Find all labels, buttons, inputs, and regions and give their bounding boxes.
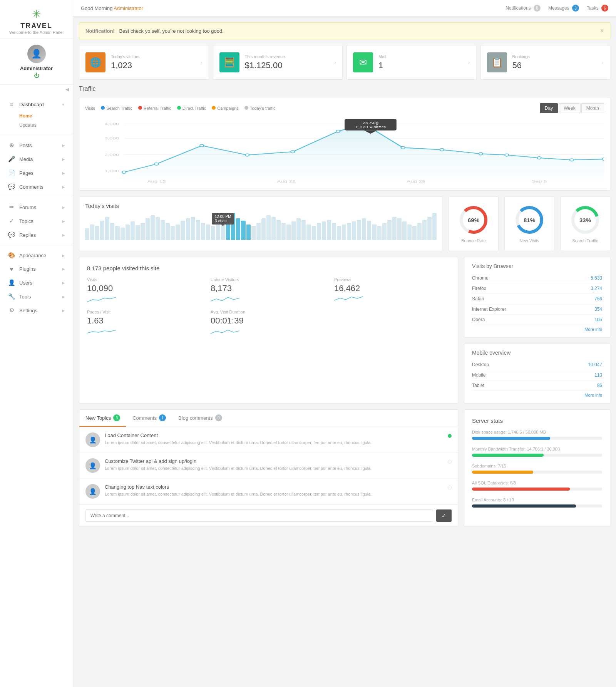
tab-comments[interactable]: Comments 1 — [126, 410, 172, 427]
mobile-count-desktop: 10,047 — [588, 362, 602, 367]
sidebar-item-tools[interactable]: 🔧 Tools ▶ — [0, 290, 73, 303]
submenu-home[interactable]: Home — [19, 111, 73, 121]
notification-title: Notification! — [85, 28, 115, 34]
tasks-badge: 6 — [601, 5, 608, 12]
browser-name-safari: Safari — [472, 296, 484, 302]
metric-value-previews: 16,462 — [334, 283, 450, 293]
pages-icon: 📄 — [8, 169, 15, 176]
stat-arrow-visitors[interactable]: › — [200, 59, 202, 66]
visited-card: 8,173 people visited this site Visits 10… — [79, 257, 458, 404]
bar-20 — [186, 218, 190, 240]
avatar-image: 👤 — [27, 45, 46, 63]
sidebar-item-media[interactable]: 🎤 Media ▶ — [0, 152, 73, 166]
stat-arrow-bookings[interactable]: › — [602, 59, 604, 66]
appearance-icon: 🎨 — [8, 252, 15, 259]
tab-blog-comments[interactable]: Blog comments 0 — [172, 410, 228, 427]
bar-53 — [352, 221, 356, 240]
sidebar-toggle[interactable]: ◀ — [0, 85, 73, 94]
comment-input[interactable] — [85, 509, 433, 522]
bar-51 — [342, 225, 346, 240]
topic-text-1: Lorem ipsum dolor sit amet, consectetur … — [105, 439, 443, 446]
sidebar-item-settings[interactable]: ⚙ Settings ▶ — [0, 303, 73, 317]
browser-mobile-column: Visits by Browser Chrome 5,633 Firefox 3… — [464, 257, 610, 404]
server-stat-email: Email Accounts: 8 / 10 — [472, 498, 602, 508]
arrow-icon-comments: ▶ — [62, 185, 65, 189]
tasks-label: Tasks 6 — [587, 5, 608, 12]
bar-24 — [206, 225, 210, 240]
arrow-icon-users: ▶ — [62, 281, 65, 285]
topics-card: New Topics 3 Comments 1 Blog comments 0 … — [79, 409, 458, 527]
stat-info-revenue: This month's revenue $1.125.00 — [245, 54, 329, 70]
notification-close-button[interactable]: × — [600, 27, 604, 34]
legend-label: Visits — [85, 106, 95, 111]
tab-new-topics-badge: 3 — [113, 414, 120, 421]
stat-card-bookings: 📋 Bookings 56 › — [480, 45, 611, 80]
tooltip-visits: 3 visits — [215, 219, 227, 223]
sidebar-item-plugins[interactable]: ♥ Plugins ▶ — [0, 262, 73, 276]
arrow-icon-media: ▶ — [62, 157, 65, 161]
sidebar-item-pages[interactable]: 📄 Pages ▶ — [0, 166, 73, 180]
sidebar-item-appearance[interactable]: 🎨 Appearance ▶ — [0, 248, 73, 262]
svg-point-22 — [602, 158, 604, 160]
sidebar-item-users[interactable]: 👤 Users ▶ — [0, 276, 73, 290]
logo-subtitle: Welcome to the Admin Panel — [4, 30, 69, 35]
svg-text:3,000: 3,000 — [105, 136, 119, 141]
plugins-icon: ♥ — [8, 266, 15, 272]
sidebar-item-topics[interactable]: ✓ Topics ▶ — [0, 214, 73, 228]
topbar: Good Morning Administrator Notifications… — [73, 0, 616, 17]
submenu-updates[interactable]: Updates — [19, 121, 73, 130]
browser-card: Visits by Browser Chrome 5,633 Firefox 3… — [464, 257, 610, 338]
donut-card-search: 33% Search Traffic — [560, 196, 610, 251]
browser-more-info-link[interactable]: More info — [472, 327, 602, 332]
sidebar-item-forums[interactable]: ✏ Forums ▶ — [0, 200, 73, 214]
topics-tabs: New Topics 3 Comments 1 Blog comments 0 — [79, 410, 458, 427]
traffic-card: Visits Search Traffic Referral Traffic D… — [79, 97, 610, 191]
svg-marker-8 — [124, 124, 604, 183]
donut-label-new-visits: 81% — [524, 217, 535, 223]
svg-point-11 — [200, 144, 204, 147]
sidebar-label-media: Media — [19, 156, 62, 162]
sidebar-item-comments[interactable]: 💬 Comments ▶ — [0, 180, 73, 194]
sidebar-item-posts[interactable]: ⊕ Posts ▶ — [0, 138, 73, 152]
stat-arrow-revenue[interactable]: › — [334, 59, 336, 66]
stat-card-mail: ✉ Mail 1 › — [346, 45, 477, 80]
sidebar-label-settings: Settings — [19, 308, 62, 313]
admin-link[interactable]: Administrator — [114, 5, 143, 11]
browser-title: Visits by Browser — [472, 263, 602, 269]
sidebar-item-replies[interactable]: 💬 Replies ▶ — [0, 228, 73, 242]
bar-37 — [271, 217, 276, 240]
topic-item-2: 👤 Customize Twitter api & add sign up/lo… — [79, 453, 458, 479]
tab-month[interactable]: Month — [581, 103, 604, 113]
stat-arrow-mail[interactable]: › — [468, 59, 470, 66]
metric-label-pages-visit: Pages / Visit — [87, 310, 203, 314]
server-stat-disk: Disk space usage: 1,746.5 / 50,000 MB — [472, 430, 602, 440]
svg-text:1,000: 1,000 — [105, 169, 119, 173]
donut-cards: 69% Bounce Rate 81% New Visits — [449, 196, 610, 251]
arrow-icon-pages: ▶ — [62, 171, 65, 175]
visited-title: 8,173 people visited this site — [87, 265, 450, 271]
bar-14 — [156, 217, 160, 240]
tab-week[interactable]: Week — [559, 103, 580, 113]
bar-13 — [151, 215, 155, 240]
stat-label-bookings: Bookings — [512, 54, 596, 59]
topic-status-2 — [448, 460, 452, 464]
sidebar-label-replies: Replies — [19, 232, 62, 238]
donut-wrapper-search: 33% — [570, 204, 601, 235]
bar-40 — [286, 225, 291, 240]
tab-new-topics[interactable]: New Topics 3 — [79, 410, 126, 427]
legend-search: Search Traffic — [101, 106, 132, 111]
tab-day[interactable]: Day — [540, 103, 558, 113]
bar-54 — [357, 220, 361, 240]
sidebar-item-dashboard[interactable]: ≡ Dashboard ▼ — [0, 98, 73, 111]
comment-submit-button[interactable]: ✓ — [436, 509, 452, 522]
stat-info-visitors: Today's visitors 1,023 — [111, 54, 195, 70]
bar-45 — [312, 226, 316, 240]
browser-name-firefox: Firefox — [472, 286, 486, 291]
sidebar-label-plugins: Plugins — [19, 266, 62, 272]
mobile-more-info-link[interactable]: More info — [472, 393, 602, 397]
mobile-title: Mobile overview — [472, 350, 602, 356]
donut-card-new-visits: 81% New Visits — [504, 196, 554, 251]
bar-16 — [166, 223, 170, 240]
svg-point-17 — [440, 149, 444, 151]
bar-60 — [387, 220, 392, 240]
